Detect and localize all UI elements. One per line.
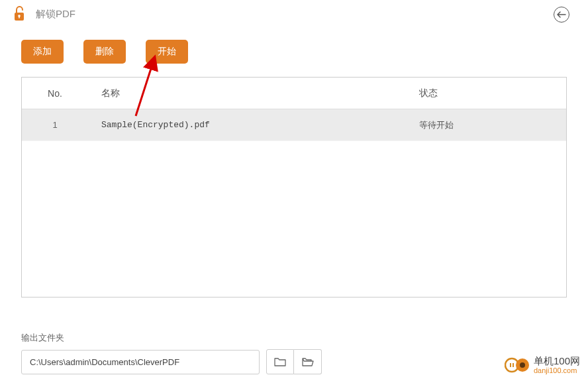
folder-open-icon (302, 357, 314, 366)
header-name: 名称 (88, 87, 406, 99)
back-button[interactable] (554, 7, 569, 23)
watermark-url: danji100.com (534, 366, 580, 374)
output-section: 输出文件夹 (21, 332, 567, 374)
folder-button-group (266, 349, 322, 374)
table-row[interactable]: 1 Sample(Encrypted).pdf 等待开始 (22, 109, 566, 141)
file-table: No. 名称 状态 1 Sample(Encrypted).pdf 等待开始 (21, 77, 567, 298)
toolbar: 添加 删除 开始 (0, 28, 588, 69)
table-header: No. 名称 状态 (22, 78, 566, 109)
watermark: 单机100网 danji100.com (505, 354, 580, 376)
start-button[interactable]: 开始 (146, 40, 188, 64)
page-title: 解锁PDF (36, 8, 75, 21)
output-label: 输出文件夹 (21, 332, 567, 344)
header-status: 状态 (406, 87, 566, 99)
header-no: No. (22, 88, 88, 99)
svg-point-9 (520, 362, 525, 368)
folder-icon (274, 357, 286, 366)
output-row (21, 349, 567, 374)
row-no: 1 (22, 120, 88, 130)
output-path-input[interactable] (21, 350, 260, 374)
row-name: Sample(Encrypted).pdf (88, 120, 406, 130)
delete-button[interactable]: 删除 (83, 40, 126, 64)
header: 解锁PDF (0, 0, 588, 28)
svg-rect-2 (19, 16, 20, 19)
open-folder-button[interactable] (294, 349, 322, 374)
row-status: 等待开始 (406, 119, 566, 131)
browse-folder-button[interactable] (266, 349, 294, 374)
add-button[interactable]: 添加 (21, 40, 64, 64)
unlock-icon (12, 5, 26, 23)
watermark-logo-icon (505, 354, 530, 376)
watermark-title: 单机100网 (534, 356, 580, 367)
